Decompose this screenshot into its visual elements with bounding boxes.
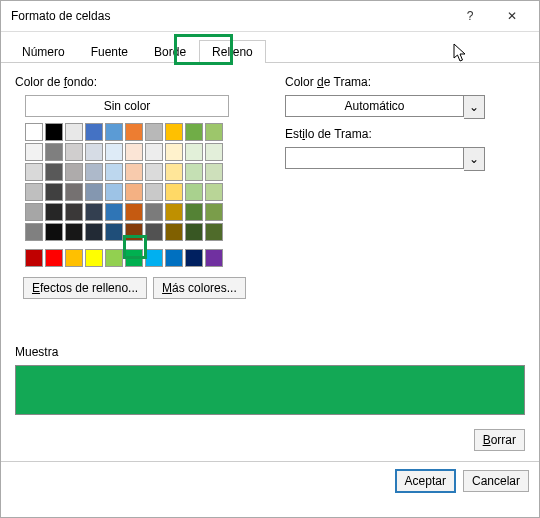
chevron-down-icon: ⌄ [464, 147, 485, 171]
color-swatch[interactable] [85, 143, 103, 161]
color-swatch[interactable] [205, 183, 223, 201]
tab-borde[interactable]: Borde [141, 40, 199, 63]
color-swatch[interactable] [185, 203, 203, 221]
color-swatch[interactable] [85, 223, 103, 241]
color-swatch[interactable] [25, 143, 43, 161]
color-swatch[interactable] [25, 249, 43, 267]
color-swatch[interactable] [125, 143, 143, 161]
color-swatch[interactable] [125, 223, 143, 241]
tab-content-relleno: Color de fondo: Sin color Efectos de rel… [1, 63, 539, 462]
color-swatch[interactable] [45, 203, 63, 221]
color-swatch[interactable] [105, 163, 123, 181]
color-swatch[interactable] [205, 143, 223, 161]
format-cells-dialog: Formato de celdas ? ✕ Número Fuente Bord… [0, 0, 540, 518]
tab-fuente[interactable]: Fuente [78, 40, 141, 63]
background-color-label: Color de fondo: [15, 75, 265, 89]
sample-preview [15, 365, 525, 415]
dialog-buttons: Aceptar Cancelar [1, 462, 539, 500]
color-swatch[interactable] [145, 143, 163, 161]
color-swatch[interactable] [25, 203, 43, 221]
pattern-color-select[interactable]: Automático ⌄ [285, 95, 485, 119]
color-swatch[interactable] [125, 203, 143, 221]
color-swatch[interactable] [125, 183, 143, 201]
color-swatch[interactable] [65, 183, 83, 201]
tab-relleno[interactable]: Relleno [199, 40, 266, 63]
color-swatch[interactable] [185, 223, 203, 241]
theme-color-palette [25, 123, 265, 267]
close-button[interactable]: ✕ [491, 2, 533, 30]
color-swatch[interactable] [185, 123, 203, 141]
color-swatch[interactable] [105, 223, 123, 241]
color-swatch[interactable] [145, 249, 163, 267]
color-swatch[interactable] [185, 183, 203, 201]
color-swatch[interactable] [25, 183, 43, 201]
color-swatch[interactable] [165, 183, 183, 201]
more-colors-button[interactable]: Más colores... [153, 277, 246, 299]
color-swatch[interactable] [165, 223, 183, 241]
color-swatch[interactable] [105, 249, 123, 267]
color-swatch[interactable] [45, 183, 63, 201]
color-swatch[interactable] [145, 203, 163, 221]
close-icon: ✕ [507, 9, 517, 23]
color-swatch[interactable] [105, 123, 123, 141]
color-swatch[interactable] [145, 163, 163, 181]
color-swatch[interactable] [205, 223, 223, 241]
color-swatch[interactable] [125, 123, 143, 141]
pattern-color-label: Color de Trama: [285, 75, 525, 89]
color-swatch[interactable] [165, 203, 183, 221]
color-swatch[interactable] [145, 223, 163, 241]
color-swatch[interactable] [105, 203, 123, 221]
color-swatch[interactable] [205, 249, 223, 267]
color-swatch[interactable] [65, 163, 83, 181]
color-swatch[interactable] [185, 163, 203, 181]
color-swatch[interactable] [185, 143, 203, 161]
color-swatch[interactable] [85, 163, 103, 181]
color-swatch[interactable] [165, 163, 183, 181]
color-swatch[interactable] [45, 223, 63, 241]
color-swatch[interactable] [145, 123, 163, 141]
color-swatch[interactable] [205, 123, 223, 141]
color-swatch[interactable] [65, 123, 83, 141]
color-swatch[interactable] [185, 249, 203, 267]
help-button[interactable]: ? [449, 2, 491, 30]
fill-effects-button[interactable]: Efectos de relleno... [23, 277, 147, 299]
color-swatch[interactable] [65, 249, 83, 267]
tab-bar: Número Fuente Borde Relleno [1, 36, 539, 63]
color-swatch[interactable] [105, 143, 123, 161]
color-swatch[interactable] [25, 123, 43, 141]
cancel-button[interactable]: Cancelar [463, 470, 529, 492]
color-swatch[interactable] [125, 249, 143, 267]
color-swatch[interactable] [85, 249, 103, 267]
color-swatch[interactable] [165, 249, 183, 267]
color-swatch[interactable] [65, 143, 83, 161]
pattern-style-select[interactable]: ⌄ [285, 147, 485, 171]
color-swatch[interactable] [25, 163, 43, 181]
sample-label: Muestra [15, 345, 525, 359]
color-swatch[interactable] [105, 183, 123, 201]
tab-numero[interactable]: Número [9, 40, 78, 63]
color-swatch[interactable] [25, 223, 43, 241]
color-swatch[interactable] [45, 163, 63, 181]
color-swatch[interactable] [45, 123, 63, 141]
color-swatch[interactable] [125, 163, 143, 181]
color-swatch[interactable] [85, 203, 103, 221]
separator [1, 461, 539, 462]
chevron-down-icon: ⌄ [464, 95, 485, 119]
color-swatch[interactable] [85, 123, 103, 141]
color-swatch[interactable] [45, 143, 63, 161]
color-swatch[interactable] [85, 183, 103, 201]
titlebar: Formato de celdas ? ✕ [1, 1, 539, 32]
color-swatch[interactable] [145, 183, 163, 201]
pattern-style-label: Estilo de Trama: [285, 127, 525, 141]
color-swatch[interactable] [45, 249, 63, 267]
color-swatch[interactable] [165, 143, 183, 161]
clear-button[interactable]: Borrar [474, 429, 525, 451]
color-swatch[interactable] [165, 123, 183, 141]
help-icon: ? [467, 9, 474, 23]
color-swatch[interactable] [65, 223, 83, 241]
color-swatch[interactable] [205, 163, 223, 181]
color-swatch[interactable] [205, 203, 223, 221]
no-color-button[interactable]: Sin color [25, 95, 229, 117]
accept-button[interactable]: Aceptar [396, 470, 455, 492]
color-swatch[interactable] [65, 203, 83, 221]
